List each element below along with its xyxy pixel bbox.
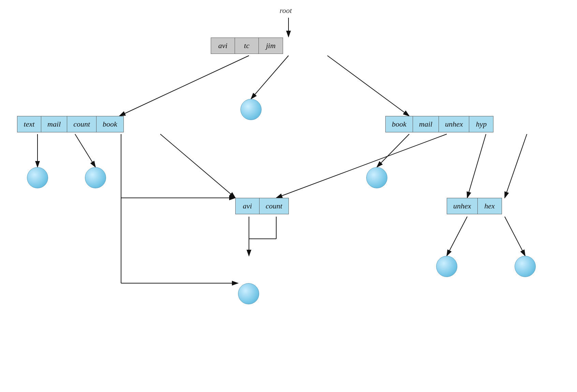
jim-cell-unhex: unhex xyxy=(439,116,470,132)
text-circle xyxy=(27,167,48,188)
svg-line-19 xyxy=(505,217,525,256)
avi-count-cell-count: count xyxy=(260,198,288,214)
hex-circle xyxy=(515,256,536,277)
mail-circle xyxy=(85,167,106,188)
avi-count-box: avi count xyxy=(235,198,289,214)
root-cell-tc: tc xyxy=(235,38,259,54)
diagram: root avi tc jim text mail count book boo… xyxy=(0,0,577,392)
svg-line-18 xyxy=(447,217,467,256)
root-cell-avi: avi xyxy=(211,38,235,54)
jim-cell-mail: mail xyxy=(413,116,439,132)
svg-line-2 xyxy=(119,56,249,116)
svg-line-11 xyxy=(276,134,447,198)
unhex-circle xyxy=(436,256,457,277)
tc-circle xyxy=(240,99,262,120)
svg-line-10 xyxy=(377,134,409,167)
svg-line-9 xyxy=(160,134,235,198)
jim-box: book mail unhex hyp xyxy=(385,116,493,132)
root-box: avi tc jim xyxy=(211,38,283,54)
svg-line-3 xyxy=(251,56,288,99)
unhex-hex-cell-hex: hex xyxy=(478,198,502,214)
avi-cell-mail: mail xyxy=(41,116,67,132)
svg-line-4 xyxy=(327,56,409,116)
svg-line-12 xyxy=(467,134,486,198)
root-label: root xyxy=(280,6,292,15)
svg-line-13 xyxy=(505,134,527,198)
avi-cell-text: text xyxy=(17,116,41,132)
unhex-hex-box: unhex hex xyxy=(447,198,502,214)
svg-line-6 xyxy=(75,134,95,167)
jim-cell-hyp: hyp xyxy=(469,116,493,132)
avi-cell-count: count xyxy=(67,116,97,132)
bottom-circle xyxy=(238,283,259,304)
avi-box: text mail count book xyxy=(17,116,124,132)
book-circle xyxy=(366,167,387,188)
root-cell-jim: jim xyxy=(259,38,283,54)
avi-count-cell-avi: avi xyxy=(236,198,260,214)
jim-cell-book: book xyxy=(386,116,413,132)
avi-cell-book: book xyxy=(97,116,123,132)
unhex-hex-cell-unhex: unhex xyxy=(447,198,478,214)
